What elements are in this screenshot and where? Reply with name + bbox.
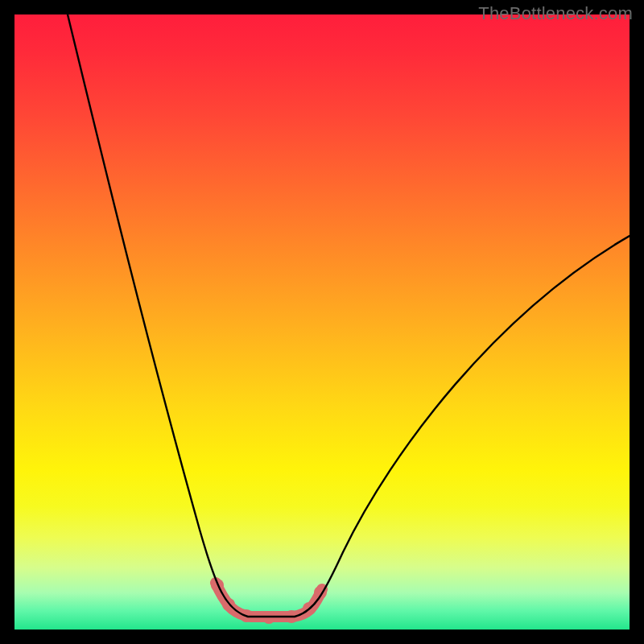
watermark-text: TheBottleneck.com bbox=[478, 3, 633, 24]
curve-layer bbox=[14, 14, 630, 630]
plot-area bbox=[14, 14, 630, 630]
bottleneck-curve bbox=[68, 14, 630, 617]
chart-frame: TheBottleneck.com bbox=[0, 0, 644, 644]
